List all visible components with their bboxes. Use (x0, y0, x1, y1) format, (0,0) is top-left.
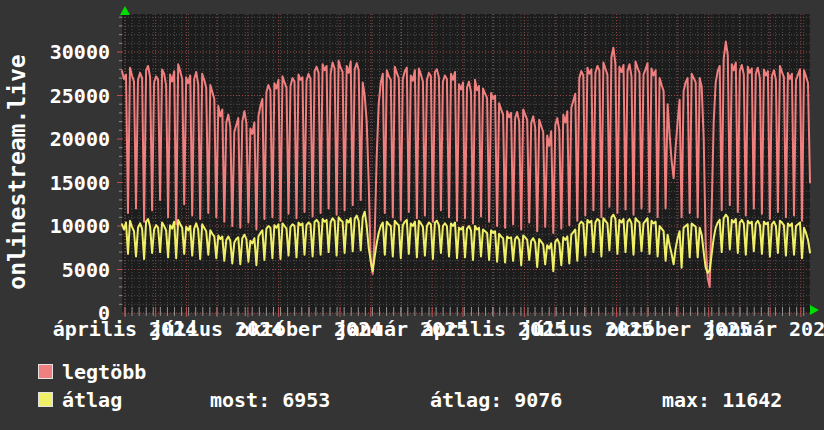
stat-atlag-label: átlag: (430, 388, 502, 412)
stat-atlag-value: 9076 (514, 388, 562, 412)
x-axis-label: január 2026 (705, 318, 824, 340)
y-axis-label: 10000 (0, 215, 110, 237)
y-axis-arrow-icon (120, 6, 130, 15)
y-axis-label: 15000 (0, 172, 110, 194)
stat-most-label: most: (210, 388, 270, 412)
y-axis-label: 25000 (0, 85, 110, 107)
stat-atlag: átlag:9076 (430, 389, 562, 411)
stat-max: max:11642 (662, 389, 782, 411)
stat-most: most:6953 (210, 389, 330, 411)
legend-label-legtobb: legtöbb (62, 361, 146, 383)
rrd-graph: onlinestream.live 0500010000150002000025… (0, 0, 824, 430)
y-axis-label: 30000 (0, 41, 110, 63)
y-axis-label: 5000 (0, 259, 110, 281)
stat-most-value: 6953 (282, 388, 330, 412)
stat-max-label: max: (662, 388, 710, 412)
legend-swatch-atlag-icon (38, 392, 53, 407)
stat-max-value: 11642 (722, 388, 782, 412)
y-axis-label: 20000 (0, 128, 110, 150)
plot-canvas (117, 14, 810, 320)
legend-swatch-legtobb-icon (38, 364, 53, 379)
x-axis-arrow-icon (810, 305, 819, 315)
legend-label-atlag: átlag (62, 389, 122, 411)
plot-area (122, 14, 810, 313)
